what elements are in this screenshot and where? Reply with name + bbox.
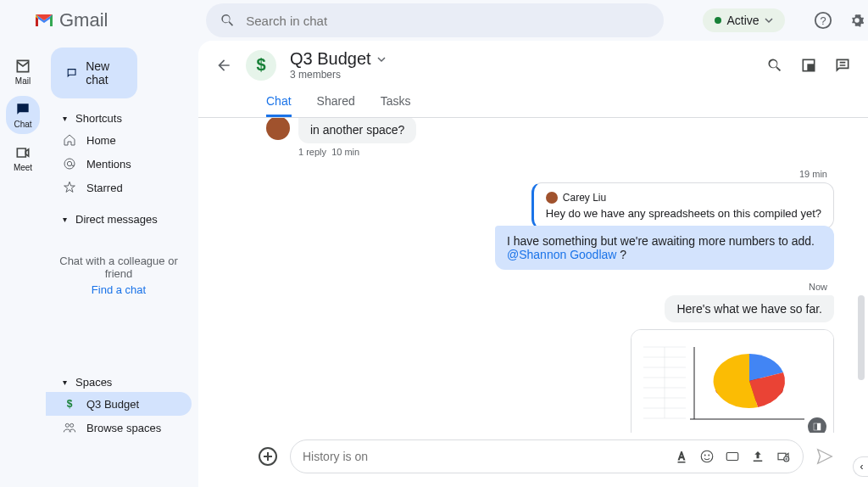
svg-point-12 (67, 161, 71, 165)
chat-icon (14, 101, 31, 118)
rail-chat[interactable]: Chat (6, 96, 40, 134)
svg-point-35 (701, 451, 713, 462)
thread-icon[interactable] (834, 57, 851, 74)
scrollbar[interactable] (858, 295, 865, 380)
gif-icon[interactable] (725, 449, 740, 464)
at-icon (63, 157, 76, 171)
status-dot-icon (715, 17, 721, 24)
rail-mail[interactable]: Mail (6, 53, 40, 91)
gmail-logo[interactable]: Gmail (34, 9, 108, 31)
chevron-down-icon: ▾ (63, 114, 67, 123)
dollar-icon: $ (63, 397, 76, 411)
tab-shared[interactable]: Shared (317, 87, 355, 117)
popup-icon[interactable] (800, 57, 817, 74)
send-button[interactable] (815, 447, 834, 466)
shortcuts-header[interactable]: ▾Shortcuts (46, 109, 192, 128)
search-bar[interactable] (206, 3, 664, 37)
svg-point-14 (65, 423, 69, 427)
format-icon[interactable] (674, 449, 689, 464)
dms-header[interactable]: ▾Direct messages (46, 210, 192, 229)
add-button[interactable] (258, 446, 278, 467)
svg-point-37 (708, 455, 709, 456)
new-chat-button[interactable]: New chat (51, 48, 137, 98)
browse-spaces[interactable]: Browse spaces (46, 416, 192, 439)
compose-box[interactable] (290, 439, 804, 473)
search-icon (220, 12, 236, 29)
svg-point-11 (64, 159, 75, 169)
chevron-down-icon (765, 16, 773, 25)
search-input[interactable] (246, 14, 650, 28)
svg-text:?: ? (820, 14, 826, 27)
sidebar-home[interactable]: Home (46, 128, 192, 152)
chevron-down-icon: ▾ (63, 215, 67, 224)
gmail-icon (34, 13, 54, 28)
status-label: Active (726, 14, 759, 27)
member-count[interactable]: 3 members (290, 69, 387, 81)
home-icon (63, 133, 76, 147)
rail-meet[interactable]: Meet (6, 139, 40, 177)
star-icon (63, 181, 76, 194)
quote-avatar (546, 192, 558, 204)
svg-point-15 (70, 423, 74, 427)
attachment-card[interactable]: Q3 chart (631, 329, 834, 433)
svg-point-36 (704, 455, 706, 456)
search-in-space-icon[interactable] (766, 57, 783, 74)
message-list[interactable]: in another space? 1 reply 10 min 19 min … (198, 118, 868, 433)
reply-bubble: I have something but we're awaiting more… (495, 226, 834, 270)
svg-rect-31 (817, 423, 821, 430)
chat-bubble-icon (66, 65, 77, 81)
app-rail: Mail Chat Meet (0, 41, 46, 487)
mail-icon (14, 58, 31, 75)
chat-title[interactable]: Q3 Budget (290, 49, 387, 69)
sidebar-icon (812, 422, 822, 432)
svg-text:$: $ (67, 398, 73, 410)
gmail-text: Gmail (59, 9, 108, 31)
space-q3-budget[interactable]: $Q3 Budget (46, 392, 192, 416)
pin-badge[interactable] (808, 417, 826, 433)
svg-rect-17 (807, 64, 814, 70)
find-chat-prompt: Chat with a colleague or friend Find a c… (46, 255, 192, 296)
emoji-icon[interactable] (699, 449, 715, 464)
chevron-down-icon (376, 54, 387, 64)
back-arrow[interactable] (215, 57, 232, 74)
meet-icon (14, 144, 31, 161)
attachment-preview (632, 330, 833, 433)
sender-avatar[interactable] (266, 118, 290, 140)
timestamp: 19 min (266, 169, 827, 179)
message-bubble: in another space? (298, 118, 416, 143)
meet-link-icon[interactable] (776, 449, 791, 464)
help-icon[interactable]: ? (814, 11, 832, 30)
side-panel-toggle[interactable]: ‹ (853, 456, 868, 477)
tab-tasks[interactable]: Tasks (381, 87, 411, 117)
timestamp: Now (266, 282, 827, 292)
sidebar-starred[interactable]: Starred (46, 176, 192, 199)
reply-meta[interactable]: 1 reply 10 min (298, 147, 834, 157)
sidebar-mentions[interactable]: Mentions (46, 152, 192, 176)
settings-icon[interactable] (848, 11, 866, 30)
compose-input[interactable] (303, 450, 674, 463)
spaces-header[interactable]: ▾Spaces (46, 372, 192, 392)
tab-chat[interactable]: Chat (266, 87, 292, 117)
svg-rect-38 (726, 453, 738, 461)
upload-icon[interactable] (750, 449, 765, 464)
space-avatar: $ (246, 50, 276, 81)
people-icon (63, 421, 76, 434)
find-chat-link[interactable]: Find a chat (56, 283, 181, 296)
chevron-down-icon: ▾ (63, 378, 67, 387)
content-pane: $ Q3 Budget 3 members Chat Shared Tasks … (198, 41, 868, 487)
status-pill[interactable]: Active (703, 8, 784, 32)
own-message: Here's what we have so far. (665, 295, 834, 322)
mention-link[interactable]: @Shannon Goodlaw (507, 248, 620, 261)
quoted-message: Carey Liu Hey do we have any spreadsheet… (531, 182, 834, 229)
sidebar: New chat ▾Shortcuts Home Mentions Starre… (46, 41, 198, 487)
